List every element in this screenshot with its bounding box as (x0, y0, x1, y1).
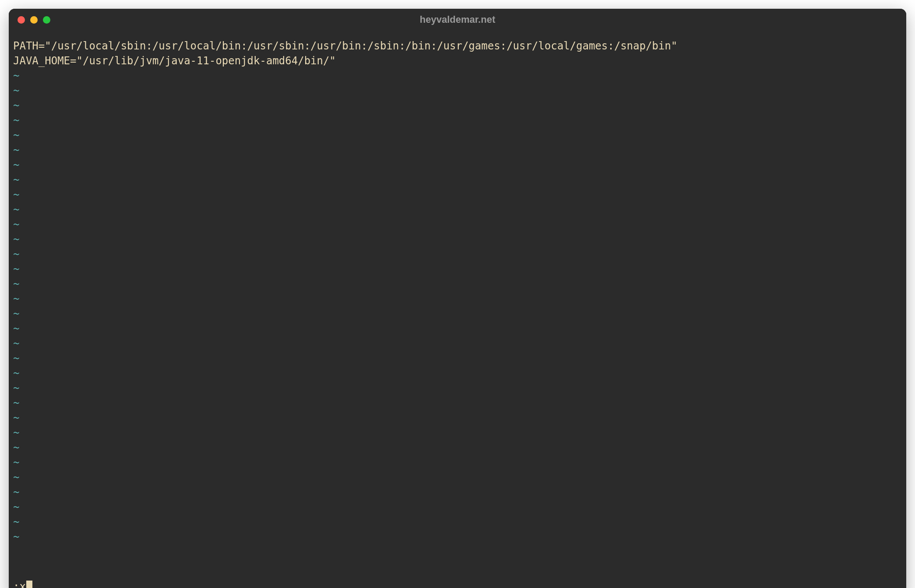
empty-line-tilde: ~ (13, 247, 902, 262)
empty-line-tilde: ~ (13, 500, 902, 514)
empty-line-tilde: ~ (13, 68, 902, 83)
empty-line-tilde: ~ (13, 485, 902, 500)
empty-line-tilde: ~ (13, 410, 902, 425)
command-prefix: : (13, 579, 19, 588)
empty-line-tilde: ~ (13, 232, 902, 247)
empty-line-tilde: ~ (13, 514, 902, 529)
cursor (26, 581, 32, 588)
empty-line-tilde: ~ (13, 262, 902, 276)
empty-line-tilde: ~ (13, 98, 902, 113)
empty-line-tilde: ~ (13, 440, 902, 455)
editor-empty-lines: ~~~~~~~~~~~~~~~~~~~~~~~~~~~~~~~~ (13, 68, 902, 579)
empty-line-tilde: ~ (13, 276, 902, 291)
empty-line-tilde: ~ (13, 291, 902, 306)
empty-line-tilde: ~ (13, 83, 902, 98)
close-button[interactable] (18, 16, 25, 24)
empty-line-tilde: ~ (13, 113, 902, 128)
editor-line: PATH="/usr/local/sbin:/usr/local/bin:/us… (13, 38, 902, 53)
editor-line: JAVA_HOME="/usr/lib/jvm/java-11-openjdk-… (13, 53, 902, 68)
empty-line-tilde: ~ (13, 425, 902, 440)
empty-line-tilde: ~ (13, 172, 902, 187)
editor-content: PATH="/usr/local/sbin:/usr/local/bin:/us… (13, 38, 902, 68)
empty-line-tilde: ~ (13, 470, 902, 485)
command-text: x (19, 579, 25, 588)
empty-line-tilde: ~ (13, 381, 902, 396)
empty-line-tilde: ~ (13, 158, 902, 172)
empty-line-tilde: ~ (13, 321, 902, 336)
minimize-button[interactable] (30, 16, 38, 24)
empty-line-tilde: ~ (13, 202, 902, 217)
empty-line-tilde: ~ (13, 351, 902, 366)
empty-line-tilde: ~ (13, 128, 902, 143)
terminal-body[interactable]: PATH="/usr/local/sbin:/usr/local/bin:/us… (9, 31, 906, 588)
vim-command-line[interactable]: :x (13, 579, 902, 588)
empty-line-tilde: ~ (13, 455, 902, 470)
empty-line-tilde: ~ (13, 396, 902, 410)
empty-line-tilde: ~ (13, 217, 902, 232)
empty-line-tilde: ~ (13, 336, 902, 351)
empty-line-tilde: ~ (13, 187, 902, 202)
empty-line-tilde: ~ (13, 306, 902, 321)
empty-line-tilde: ~ (13, 366, 902, 381)
window-title: heyvaldemar.net (420, 14, 495, 25)
empty-line-tilde: ~ (13, 529, 902, 544)
terminal-window: heyvaldemar.net PATH="/usr/local/sbin:/u… (9, 9, 906, 588)
empty-line-tilde: ~ (13, 143, 902, 158)
maximize-button[interactable] (43, 16, 50, 24)
traffic-lights (18, 16, 50, 24)
title-bar: heyvaldemar.net (9, 9, 906, 31)
